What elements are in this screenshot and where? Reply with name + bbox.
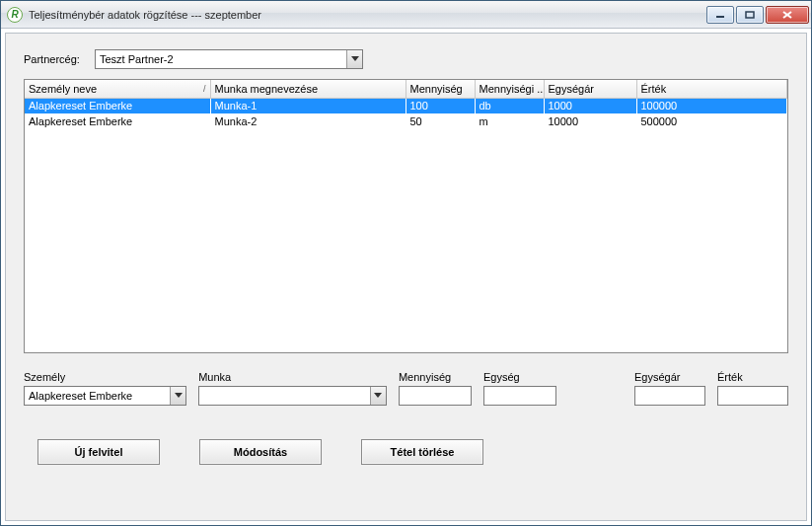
maximize-button[interactable]: [736, 6, 764, 24]
partnerceg-combo[interactable]: [95, 49, 363, 69]
ertek-label: Érték: [717, 371, 788, 383]
chevron-down-icon[interactable]: [170, 387, 185, 405]
partnerceg-label: Partnercég:: [24, 53, 95, 65]
egyseg-input[interactable]: [483, 386, 556, 406]
munka-combo[interactable]: [198, 386, 387, 406]
chevron-down-icon[interactable]: [346, 50, 362, 68]
cell-name: Alapkereset Emberke: [25, 98, 210, 113]
chevron-down-icon[interactable]: [370, 387, 386, 405]
main-window: R Teljesítménybér adatok rögzítése --- s…: [0, 0, 812, 526]
window-title: Teljesítménybér adatok rögzítése --- sze…: [29, 9, 261, 21]
cell-price: 10000: [544, 113, 636, 129]
col-header-work[interactable]: Munka megnevezése: [210, 80, 406, 98]
app-icon: R: [7, 7, 23, 23]
szemely-label: Személy: [24, 371, 186, 383]
col-header-qty[interactable]: Mennyiség: [406, 80, 475, 98]
col-header-name-label: Személy neve: [29, 83, 97, 95]
cell-price: 1000: [544, 98, 636, 113]
uj-felvitel-button[interactable]: Új felvitel: [37, 439, 160, 465]
svg-marker-6: [374, 393, 382, 398]
modositas-button[interactable]: Módosítás: [199, 439, 322, 465]
egysegar-input[interactable]: [634, 386, 705, 406]
egyseg-label: Egység: [483, 371, 556, 383]
cell-name: Alapkereset Emberke: [25, 113, 210, 129]
cell-value: 500000: [636, 113, 787, 129]
svg-marker-4: [351, 56, 359, 61]
titlebar[interactable]: R Teljesítménybér adatok rögzítése --- s…: [1, 1, 811, 29]
svg-rect-1: [746, 12, 754, 18]
mennyiseg-input[interactable]: [399, 386, 472, 406]
ertek-input[interactable]: [717, 386, 788, 406]
mennyiseg-label: Mennyiség: [399, 371, 472, 383]
cell-unit: m: [475, 113, 544, 129]
col-header-price[interactable]: Egységár: [544, 80, 636, 98]
egysegar-label: Egységár: [634, 371, 705, 383]
partnerceg-input[interactable]: [96, 50, 346, 68]
szemely-combo[interactable]: [24, 386, 186, 406]
cell-work: Munka-2: [210, 113, 406, 129]
table-row[interactable]: Alapkereset EmberkeMunka-1100db100010000…: [25, 98, 787, 113]
cell-qty: 50: [406, 113, 475, 129]
table-row[interactable]: Alapkereset EmberkeMunka-250m10000500000: [25, 113, 787, 129]
cell-qty: 100: [406, 98, 475, 113]
szemely-input[interactable]: [25, 387, 170, 405]
col-header-name[interactable]: Személy neve/: [25, 80, 210, 98]
munka-input[interactable]: [199, 387, 370, 405]
tetel-torlese-button[interactable]: Tétel törlése: [361, 439, 483, 465]
client-area: Partnercég: Személy neve/ Munka megnevez…: [5, 33, 807, 521]
sort-indicator: /: [203, 84, 206, 94]
cell-unit: db: [475, 98, 544, 113]
col-header-value[interactable]: Érték: [636, 80, 787, 98]
munka-label: Munka: [198, 371, 387, 383]
svg-marker-5: [175, 393, 183, 398]
data-grid[interactable]: Személy neve/ Munka megnevezése Mennyisé…: [24, 79, 788, 353]
cell-work: Munka-1: [210, 98, 406, 113]
minimize-button[interactable]: [706, 6, 734, 24]
cell-value: 100000: [636, 98, 787, 113]
col-header-unit[interactable]: Mennyiségi ...: [475, 80, 544, 98]
close-button[interactable]: [766, 6, 809, 24]
